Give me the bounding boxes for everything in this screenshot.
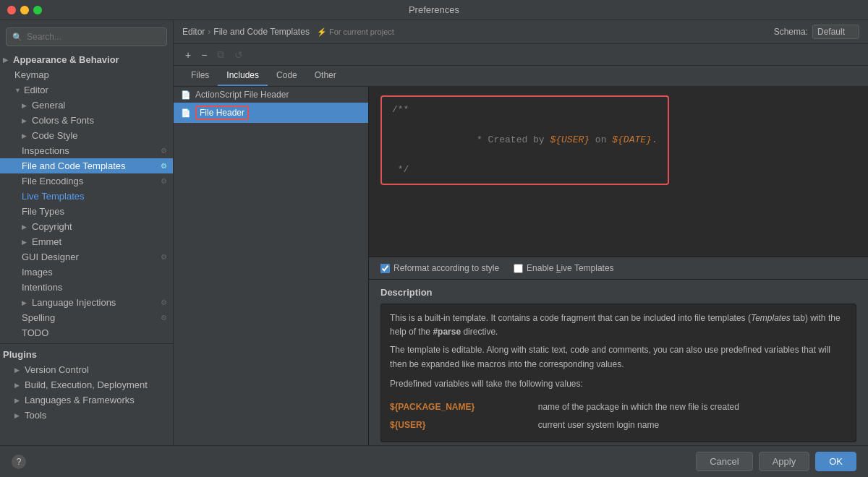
search-icon: 🔍 (12, 33, 22, 42)
file-list-pane: 📄 ActionScript File Header 📄 File Header (174, 87, 369, 445)
file-icon-header: 📄 (181, 108, 191, 118)
sidebar-item-appearance[interactable]: Appearance & Behavior (0, 52, 173, 67)
title-bar: Preferences (0, 0, 868, 20)
sidebar-item-copyright[interactable]: Copyright (0, 219, 173, 234)
schema-section: Schema: Default (774, 25, 859, 39)
sidebar-item-tools-label: Tools (25, 410, 46, 421)
sidebar-item-todo-label: TODO (22, 327, 48, 338)
add-template-button[interactable]: + (182, 48, 194, 62)
file-header-highlight: File Header (195, 106, 249, 120)
code-editor[interactable]: /** * Created by ${USER} on ${DATE}. */ (369, 87, 868, 257)
sidebar-item-intentions[interactable]: Intentions (0, 280, 173, 295)
var-name-2: ${USER} (390, 416, 538, 434)
table-row: ${USER} current user system login name (390, 416, 847, 434)
var-desc-2: current user system login name (538, 416, 847, 434)
sidebar-item-tools[interactable]: Tools (0, 408, 173, 423)
sidebar-item-emmet-label: Emmet (32, 236, 61, 247)
description-title: Description (380, 287, 856, 298)
sidebar-item-spelling-label: Spelling (22, 312, 158, 323)
code-line-2: * Created by ${USER} on ${DATE}. (392, 118, 658, 163)
sidebar-item-file-encodings[interactable]: File Encodings ⚙ (0, 173, 173, 189)
live-templates-option[interactable]: Enable Live Templates (514, 263, 614, 273)
sidebar-item-file-code-templates[interactable]: File and Code Templates ⚙ (0, 158, 173, 173)
search-input[interactable] (27, 32, 161, 42)
ok-button[interactable]: OK (815, 452, 856, 471)
sidebar-item-images-label: Images (22, 267, 53, 278)
sidebar-search-container[interactable]: 🔍 (6, 27, 167, 46)
sidebar-item-live-templates[interactable]: Live Templates (0, 189, 173, 204)
code-highlight-box: /** * Created by ${USER} on ${DATE}. */ (380, 95, 669, 185)
sidebar-item-plugins[interactable]: Plugins (0, 347, 173, 362)
sidebar-item-code-style[interactable]: Code Style (0, 128, 173, 143)
code-pane: /** * Created by ${USER} on ${DATE}. */ … (369, 87, 868, 445)
sidebar-item-build-execution-label: Build, Execution, Deployment (25, 379, 148, 390)
sidebar-item-general[interactable]: General (0, 98, 173, 113)
description-body: This is a built-in template. It contains… (390, 311, 847, 339)
sidebar-item-emmet[interactable]: Emmet (0, 234, 173, 249)
live-templates-checkbox[interactable] (514, 264, 523, 273)
sidebar-item-todo[interactable]: TODO (0, 325, 173, 340)
bottom-bar: ? Cancel Apply OK (0, 445, 868, 477)
sidebar-item-plugins-label: Plugins (3, 349, 37, 360)
sidebar-item-colors-fonts-label: Colors & Fonts (32, 115, 94, 126)
breadcrumb-root: Editor (182, 27, 205, 37)
breadcrumb-separator: › (208, 27, 210, 37)
sidebar-item-version-control[interactable]: Version Control (0, 362, 173, 377)
sidebar-item-copyright-label: Copyright (32, 221, 72, 232)
reformat-checkbox[interactable] (380, 264, 390, 273)
schema-label: Schema: (774, 27, 808, 37)
cancel-button[interactable]: Cancel (696, 452, 752, 471)
window-controls[interactable] (7, 6, 42, 14)
sidebar-item-keymap[interactable]: Keymap (0, 67, 173, 82)
split-pane: 📄 ActionScript File Header 📄 File Header… (174, 87, 868, 445)
reformat-option[interactable]: Reformat according to style (380, 263, 499, 273)
tab-includes[interactable]: Includes (218, 66, 268, 86)
code-line-1: /** (392, 103, 658, 118)
sidebar-item-editor[interactable]: Editor (0, 82, 173, 98)
spelling-badge: ⚙ (161, 314, 167, 322)
content-header: Editor › File and Code Templates ⚡ For c… (174, 20, 868, 44)
sidebar-item-file-types[interactable]: File Types (0, 204, 173, 219)
sidebar-item-gui-designer[interactable]: GUI Designer ⚙ (0, 249, 173, 265)
sidebar-item-spelling[interactable]: Spelling ⚙ (0, 310, 173, 325)
tab-code[interactable]: Code (268, 66, 306, 86)
remove-template-button[interactable]: − (198, 48, 210, 62)
bottom-left: ? (12, 455, 26, 469)
sidebar-item-inspections[interactable]: Inspections ⚙ (0, 143, 173, 158)
description-area: Description This is a built-in template.… (369, 279, 868, 445)
file-list-item-actionscript[interactable]: 📄 ActionScript File Header (174, 87, 368, 103)
sidebar-item-images[interactable]: Images (0, 265, 173, 280)
description-line2: The template is editable. Along with sta… (390, 343, 847, 371)
desc-bold: #parse (433, 327, 461, 337)
schema-select[interactable]: Default (812, 25, 859, 39)
minimize-button[interactable] (20, 6, 29, 14)
sidebar-item-inspections-label: Inspections (22, 145, 158, 156)
sidebar-item-language-injections[interactable]: Language Injections ⚙ (0, 295, 173, 310)
sidebar-item-languages-frameworks[interactable]: Languages & Frameworks (0, 392, 173, 408)
maximize-button[interactable] (33, 6, 42, 14)
sidebar-item-intentions-label: Intentions (22, 282, 62, 293)
copy-template-button[interactable]: ⧉ (214, 47, 227, 62)
sidebar-item-live-templates-label: Live Templates (22, 191, 84, 202)
close-button[interactable] (7, 6, 16, 14)
bottom-right: Cancel Apply OK (696, 452, 856, 471)
file-code-templates-badge: ⚙ (161, 162, 167, 170)
reset-template-button[interactable]: ↺ (231, 48, 246, 62)
description-box: This is a built-in template. It contains… (380, 304, 856, 442)
sidebar-item-version-control-label: Version Control (25, 364, 89, 375)
tab-files[interactable]: Files (182, 66, 218, 86)
sidebar-item-code-style-label: Code Style (32, 130, 78, 141)
project-badge: ⚡ For current project (317, 27, 394, 37)
file-item-actionscript-label: ActionScript File Header (195, 90, 289, 100)
reformat-label: Reformat according to style (393, 263, 499, 273)
sidebar-item-build-execution[interactable]: Build, Execution, Deployment (0, 377, 173, 392)
sidebar-item-colors-fonts[interactable]: Colors & Fonts (0, 113, 173, 128)
var-desc-1: name of the package in which the new fil… (538, 398, 847, 416)
sidebar-item-general-label: General (32, 100, 65, 111)
apply-button[interactable]: Apply (759, 452, 810, 471)
content-area: Editor › File and Code Templates ⚡ For c… (174, 20, 868, 445)
help-button[interactable]: ? (12, 455, 26, 469)
window-title: Preferences (409, 4, 459, 15)
file-list-item-file-header[interactable]: 📄 File Header (174, 103, 368, 123)
tab-other[interactable]: Other (306, 66, 345, 86)
